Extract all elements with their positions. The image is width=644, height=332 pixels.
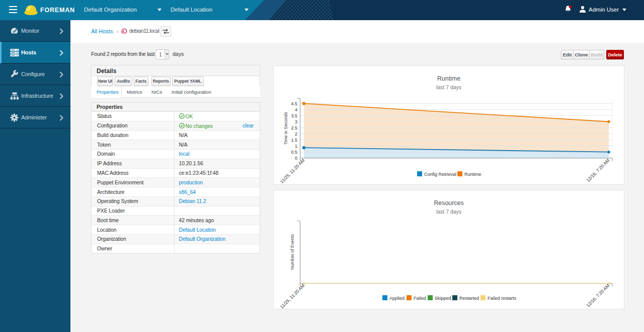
svg-text:Failed restarts: Failed restarts <box>488 296 517 301</box>
svg-text:Skipped: Skipped <box>435 296 451 301</box>
svg-text:4.5: 4.5 <box>291 101 297 106</box>
svg-text:Runtime: Runtime <box>464 172 481 177</box>
svg-text:11/25, 11:20 AM: 11/25, 11:20 AM <box>279 283 305 309</box>
svg-text:Runtime: Runtime <box>437 75 460 82</box>
svg-text:11/25, 11:20 AM: 11/25, 11:20 AM <box>279 158 305 184</box>
svg-text:4: 4 <box>295 107 297 112</box>
svg-text:Time in Seconds: Time in Seconds <box>283 112 288 145</box>
svg-text:2.5: 2.5 <box>291 125 297 130</box>
svg-text:Restarted: Restarted <box>459 296 479 301</box>
svg-text:3: 3 <box>295 119 297 124</box>
svg-text:1: 1 <box>295 144 297 149</box>
svg-text:2: 2 <box>295 131 297 137</box>
svg-text:12/16, 7:20 AM: 12/16, 7:20 AM <box>586 158 611 183</box>
svg-text:Failed: Failed <box>414 296 426 301</box>
svg-text:Config Retrieval: Config Retrieval <box>424 172 456 177</box>
svg-text:last 7 days: last 7 days <box>436 209 461 215</box>
svg-text:Number of Events: Number of Events <box>290 234 295 270</box>
svg-text:0: 0 <box>295 156 297 161</box>
svg-text:0.5: 0.5 <box>291 150 297 155</box>
svg-text:last 7 days: last 7 days <box>436 84 461 90</box>
svg-text:3.5: 3.5 <box>291 113 297 118</box>
svg-text:12/16, 7:20 AM: 12/16, 7:20 AM <box>586 283 611 308</box>
svg-text:1.5: 1.5 <box>291 138 297 143</box>
svg-text:Applied: Applied <box>389 296 405 301</box>
svg-text:Resources: Resources <box>434 200 463 207</box>
